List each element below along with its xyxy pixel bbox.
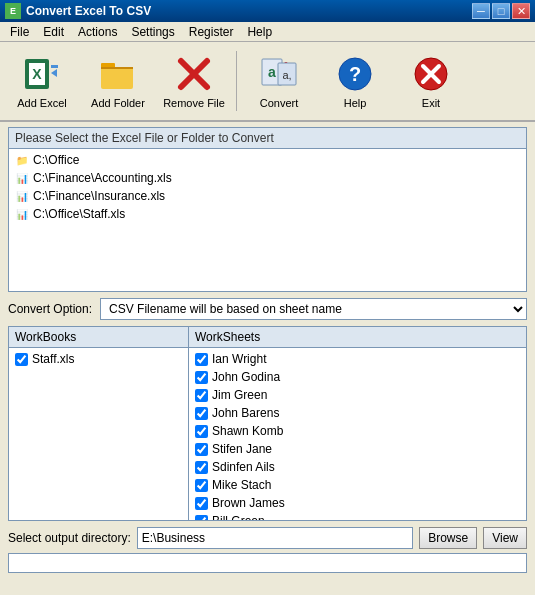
svg-text:a: a xyxy=(268,64,276,80)
exit-button[interactable]: Exit xyxy=(395,47,467,115)
ws-checkbox[interactable] xyxy=(195,443,208,456)
convert-option-select[interactable]: CSV Filename will be based on sheet name… xyxy=(100,298,527,320)
workbooks-content: Staff.xls xyxy=(9,348,188,520)
ws-name: John Godina xyxy=(212,370,280,384)
workbook-checkbox[interactable] xyxy=(15,353,28,366)
worksheet-item[interactable]: Jim Green xyxy=(193,386,522,404)
ws-checkbox[interactable] xyxy=(195,497,208,510)
ws-name: Stifen Jane xyxy=(212,442,272,456)
menu-help[interactable]: Help xyxy=(241,24,278,40)
worksheet-item[interactable]: Shawn Komb xyxy=(193,422,522,440)
worksheet-item[interactable]: Bill Green xyxy=(193,512,522,520)
ws-name: Brown James xyxy=(212,496,285,510)
main-content: Please Select the Excel File or Folder t… xyxy=(0,122,535,578)
folder-icon: 📁 xyxy=(15,153,29,167)
ws-checkbox[interactable] xyxy=(195,425,208,438)
svg-rect-5 xyxy=(101,67,133,89)
convert-button[interactable]: a A a, Convert xyxy=(243,47,315,115)
worksheets-header: WorkSheets xyxy=(189,327,526,348)
add-excel-label: Add Excel xyxy=(17,97,67,109)
worksheet-item[interactable]: Mike Stach xyxy=(193,476,522,494)
exit-icon xyxy=(411,54,451,94)
output-label: Select output directory: xyxy=(8,531,131,545)
maximize-button[interactable]: □ xyxy=(492,3,510,19)
title-controls: ─ □ ✕ xyxy=(472,3,530,19)
browse-button[interactable]: Browse xyxy=(419,527,477,549)
close-button[interactable]: ✕ xyxy=(512,3,530,19)
ws-name: Shawn Komb xyxy=(212,424,283,438)
help-label: Help xyxy=(344,97,367,109)
ws-checkbox[interactable] xyxy=(195,407,208,420)
svg-rect-7 xyxy=(101,67,133,69)
minimize-button[interactable]: ─ xyxy=(472,3,490,19)
ws-checkbox[interactable] xyxy=(195,515,208,521)
ws-checkbox[interactable] xyxy=(195,371,208,384)
ws-checkbox[interactable] xyxy=(195,353,208,366)
convert-option-label: Convert Option: xyxy=(8,302,92,316)
xls-icon: 📊 xyxy=(15,207,29,221)
list-item[interactable]: 📊 C:\Finance\Accounting.xls xyxy=(9,169,526,187)
ws-checkbox[interactable] xyxy=(195,461,208,474)
file-list: 📁 C:\Office 📊 C:\Finance\Accounting.xls … xyxy=(9,149,526,225)
worksheet-item[interactable]: John Barens xyxy=(193,404,522,422)
menu-settings[interactable]: Settings xyxy=(125,24,180,40)
add-excel-button[interactable]: X Add Excel xyxy=(6,47,78,115)
menu-actions[interactable]: Actions xyxy=(72,24,123,40)
svg-marker-3 xyxy=(51,69,57,77)
file-path: C:\Office\Staff.xls xyxy=(33,207,125,221)
app-icon: E xyxy=(5,3,21,19)
ws-name: Mike Stach xyxy=(212,478,271,492)
remove-file-icon xyxy=(174,54,214,94)
worksheets-content[interactable]: Ian Wright John Godina Jim Green John Ba… xyxy=(189,348,526,520)
title-bar-left: E Convert Excel To CSV xyxy=(5,3,151,19)
ws-checkbox[interactable] xyxy=(195,389,208,402)
remove-file-button[interactable]: Remove File xyxy=(158,47,230,115)
view-button[interactable]: View xyxy=(483,527,527,549)
ws-checkbox[interactable] xyxy=(195,479,208,492)
menu-file[interactable]: File xyxy=(4,24,35,40)
svg-rect-4 xyxy=(51,65,58,68)
worksheets-panel: WorkSheets Ian Wright John Godina Jim Gr… xyxy=(189,327,526,520)
svg-text:?: ? xyxy=(349,63,361,85)
menu-register[interactable]: Register xyxy=(183,24,240,40)
menu-edit[interactable]: Edit xyxy=(37,24,70,40)
add-folder-icon xyxy=(98,54,138,94)
list-item[interactable]: 📊 C:\Finance\Insurance.xls xyxy=(9,187,526,205)
output-row: Select output directory: Browse View xyxy=(8,527,527,549)
workbooks-header: WorkBooks xyxy=(9,327,188,348)
toolbar: X Add Excel Add Folder Remove File xyxy=(0,42,535,122)
list-item[interactable]: 📁 C:\Office xyxy=(9,151,526,169)
bottom-panels: WorkBooks Staff.xls WorkSheets Ian Wrigh… xyxy=(8,326,527,521)
file-list-container: Please Select the Excel File or Folder t… xyxy=(8,127,527,292)
file-list-header: Please Select the Excel File or Folder t… xyxy=(9,128,526,149)
add-folder-label: Add Folder xyxy=(91,97,145,109)
ws-name: Bill Green xyxy=(212,514,265,520)
list-item[interactable]: 📊 C:\Office\Staff.xls xyxy=(9,205,526,223)
svg-text:X: X xyxy=(32,66,42,82)
xls-icon: 📊 xyxy=(15,171,29,185)
title-bar: E Convert Excel To CSV ─ □ ✕ xyxy=(0,0,535,22)
workbook-name: Staff.xls xyxy=(32,352,74,366)
workbook-item[interactable]: Staff.xls xyxy=(13,350,184,368)
file-path: C:\Office xyxy=(33,153,79,167)
file-path: C:\Finance\Insurance.xls xyxy=(33,189,165,203)
svg-text:a,: a, xyxy=(282,69,291,81)
add-folder-button[interactable]: Add Folder xyxy=(82,47,154,115)
worksheet-item[interactable]: Sdinfen Ails xyxy=(193,458,522,476)
worksheet-item[interactable]: Stifen Jane xyxy=(193,440,522,458)
ws-name: Ian Wright xyxy=(212,352,266,366)
output-directory-input[interactable] xyxy=(137,527,413,549)
help-icon: ? xyxy=(335,54,375,94)
help-button[interactable]: ? Help xyxy=(319,47,391,115)
xls-icon: 📊 xyxy=(15,189,29,203)
add-excel-icon: X xyxy=(22,54,62,94)
convert-option-row: Convert Option: CSV Filename will be bas… xyxy=(8,298,527,320)
worksheet-item[interactable]: Ian Wright xyxy=(193,350,522,368)
convert-icon: a A a, xyxy=(259,54,299,94)
worksheet-item[interactable]: John Godina xyxy=(193,368,522,386)
ws-name: Sdinfen Ails xyxy=(212,460,275,474)
worksheet-item[interactable]: Brown James xyxy=(193,494,522,512)
file-path: C:\Finance\Accounting.xls xyxy=(33,171,172,185)
ws-name: John Barens xyxy=(212,406,279,420)
toolbar-separator xyxy=(236,51,237,111)
